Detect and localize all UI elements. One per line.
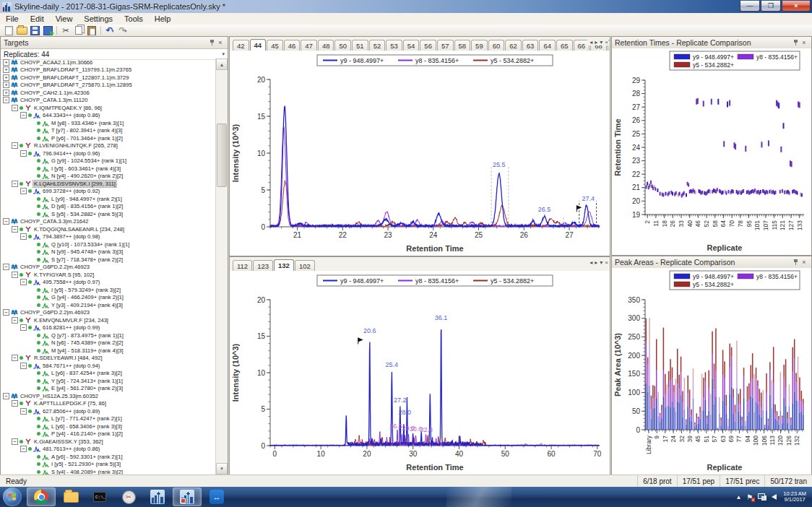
- replicate-tab-53[interactable]: 53: [386, 40, 402, 51]
- replicate-tab-58[interactable]: 58: [454, 40, 471, 51]
- taskbar-skyline-button[interactable]: [144, 488, 171, 506]
- tree-row-p[interactable]: −CHOYP_CATA.1.3|m.11120: [1, 97, 216, 105]
- volume-icon[interactable]: [772, 494, 777, 500]
- retention-times-chart[interactable]: 1920212223242526272829211182633404652586…: [612, 48, 811, 255]
- tree-row-tr[interactable]: L [y6] - 837.4254+ (rank 3)[2]: [1, 370, 216, 378]
- close-tab-icon[interactable]: ×: [605, 259, 608, 266]
- tree-row-pr[interactable]: −794.3897++ (dotp 0.98): [1, 233, 216, 241]
- tray-expand-icon[interactable]: ▲: [735, 494, 741, 500]
- taskbar-skyline-daily-button[interactable]: [173, 488, 202, 506]
- replicate-tab-50[interactable]: 50: [334, 40, 351, 51]
- tree-row-pe[interactable]: −R.SDELYEAWR.I [484, 492]: [1, 355, 216, 363]
- taskbar-cmd-button[interactable]: C:\_: [86, 488, 113, 506]
- peak-annotation[interactable]: 28.0: [398, 409, 411, 416]
- minimize-button[interactable]: —: [740, 1, 760, 12]
- pin-icon[interactable]: [791, 259, 800, 266]
- tree-row-p[interactable]: +CHOYP_ACAA2.1.1|m.30666: [1, 58, 216, 66]
- collapse-icon[interactable]: −: [12, 105, 18, 111]
- tree-row-pr[interactable]: −481.7613++ (dotp 0.86): [1, 446, 216, 454]
- tree-row-pe[interactable]: −K.GIAEAISSSK.Y [353, 362]: [1, 438, 216, 446]
- menu-help[interactable]: Help: [149, 14, 177, 24]
- collapse-icon[interactable]: −: [12, 355, 18, 361]
- peak-annotation[interactable]: 32.8: [420, 426, 433, 433]
- peak-annotation[interactable]: 20.6: [358, 327, 376, 344]
- collapse-icon[interactable]: −: [20, 279, 27, 285]
- tree-row-pr[interactable]: −699.3728++ (dotp 0.92): [1, 188, 216, 196]
- chromatogram-top[interactable]: 0510152021222324252627Retention TimeInte…: [230, 51, 610, 256]
- collapse-icon[interactable]: −: [3, 218, 9, 225]
- tree-row-tr[interactable]: M [y8] - 933.4346+ (rank 3)[1]: [1, 119, 216, 127]
- replicate-tab-54[interactable]: 54: [403, 40, 420, 51]
- tree-row-pr[interactable]: −644.3343++ (dotp 0.86): [1, 112, 216, 120]
- scrollbar-thumb[interactable]: [217, 124, 227, 187]
- tree-row-tr[interactable]: Y [y5] - 724.3413+ (rank 1)[1]: [1, 377, 216, 385]
- collapse-icon[interactable]: −: [20, 233, 27, 240]
- tree-row-pe[interactable]: −K.TDQGIQNLSAAEANR.L [234, 248]: [1, 225, 216, 233]
- tree-row-pr[interactable]: −796.9414++ (dotp 0.96): [1, 150, 216, 157]
- chromatogram-bottom[interactable]: 05101520010203040506070Retention TimeInt…: [230, 271, 610, 474]
- scroll-right-icon[interactable]: ▸: [595, 259, 597, 266]
- expand-icon[interactable]: +: [3, 82, 9, 88]
- tree-row-p[interactable]: −CHOYP_CATA.3.3|m.21642: [1, 218, 216, 226]
- replicate-tab-51[interactable]: 51: [352, 40, 368, 51]
- collapse-icon[interactable]: −: [12, 142, 18, 149]
- menu-edit[interactable]: Edit: [25, 14, 50, 24]
- peak-areas-svg[interactable]: 050100150200250300350Library917243239455…: [612, 268, 811, 474]
- collapse-icon[interactable]: −: [20, 363, 27, 369]
- redo-button[interactable]: ↷▾: [116, 25, 129, 36]
- chevron-down-icon[interactable]: ▾: [125, 28, 127, 33]
- peak-areas-chart[interactable]: 050100150200250300350Library917243239455…: [612, 268, 811, 474]
- replicate-tab-57[interactable]: 57: [437, 40, 454, 51]
- tree-scrollbar[interactable]: ▲ ▾: [215, 58, 228, 474]
- tab-menu-icon[interactable]: ▾: [600, 39, 602, 46]
- tree-row-p[interactable]: +CHOYP_BRAFLDRAFT_275870.1.1|m.12895: [1, 82, 216, 90]
- tree-row-p[interactable]: −CHOYP_G6PD.2.2|m.46923: [1, 309, 216, 317]
- replicate-tab-64[interactable]: 64: [539, 40, 556, 51]
- tree-row-pe[interactable]: −K.TYFIGYAR.S [95, 102]: [1, 271, 216, 279]
- paste-button[interactable]: [85, 25, 98, 36]
- tree-row-pr[interactable]: −616.8281++ (dotp 0.99): [1, 324, 216, 332]
- collapse-icon[interactable]: −: [12, 317, 18, 324]
- save-button[interactable]: [28, 25, 41, 36]
- menu-file[interactable]: File: [0, 14, 25, 24]
- tree-row-tr[interactable]: A [y6] - 592.3301+ (rank 2)[1]: [1, 453, 216, 461]
- tree-row-tr[interactable]: M [y4] - 518.3119+ (rank 4)[3]: [1, 347, 216, 355]
- close-panel-icon[interactable]: ×: [800, 259, 808, 266]
- undo-button[interactable]: ↶▾: [103, 25, 116, 36]
- tree-row-tr[interactable]: N [y4] - 490.2620+ (rank 2)[2]: [1, 173, 216, 181]
- collapse-icon[interactable]: −: [20, 188, 27, 194]
- peak-annotation[interactable]: 26.6: [389, 422, 402, 430]
- menu-settings[interactable]: Settings: [78, 14, 118, 24]
- tree-row-pr[interactable]: −584.7671++ (dotp 0.94): [1, 362, 216, 370]
- menu-tools[interactable]: Tools: [118, 14, 149, 24]
- tree-row-p[interactable]: +CHOYP_BRAFLDRAFT_122807.1.1|m.3729: [1, 74, 216, 82]
- peak-flag-icon[interactable]: [576, 205, 582, 209]
- tree-row-tr[interactable]: N [y6] - 745.4389+ (rank 2)[2]: [1, 339, 216, 347]
- collapse-icon[interactable]: −: [12, 272, 18, 278]
- tree-row-tr[interactable]: Y [y3] - 409.2194+ (rank 4)[3]: [1, 301, 216, 309]
- scroll-left-icon[interactable]: ◂: [589, 39, 592, 46]
- tree-row-tr[interactable]: P [y4] - 416.2140+ (rank 1)[2]: [1, 430, 216, 438]
- replicate-tab-132[interactable]: 132: [274, 259, 294, 271]
- close-tab-icon[interactable]: ×: [605, 39, 608, 46]
- tree-row-p[interactable]: −CHOYP_G6PD.2.2|m.46923: [1, 264, 216, 272]
- tree-row-tr[interactable]: S [y5] - 534.2882+ (rank 5)[3]: [1, 210, 216, 218]
- collapse-icon[interactable]: −: [20, 408, 27, 415]
- expand-icon[interactable]: +: [3, 74, 9, 81]
- tree-row-tr[interactable]: S [y4] - 408.2089+ (rank 3)[2]: [1, 468, 216, 474]
- copy-button[interactable]: [72, 25, 85, 36]
- replicate-tab-123[interactable]: 123: [253, 260, 273, 271]
- tree-row-tr[interactable]: S [y7] - 718.3478+ (rank 2)[2]: [1, 256, 216, 264]
- replicate-tab-60[interactable]: 60: [488, 40, 505, 51]
- replicate-tab-44[interactable]: 44: [250, 39, 267, 51]
- tree-row-pe[interactable]: −R.LVENIGNHLINTQK.F [265, 278]: [1, 142, 216, 150]
- expand-icon[interactable]: +: [3, 59, 9, 66]
- tree-row-pr[interactable]: −627.8506++ (dotp 0.89): [1, 407, 216, 415]
- tree-row-tr[interactable]: T [y7] - 802.3941+ (rank 4)[3]: [1, 127, 216, 135]
- peak-annotation[interactable]: 25.5: [493, 161, 506, 168]
- collapse-icon[interactable]: −: [12, 438, 18, 445]
- replicate-tab-63[interactable]: 63: [522, 40, 539, 51]
- scroll-down-icon[interactable]: ▾: [216, 463, 228, 474]
- tree-row-tr[interactable]: Q [y10] - 1073.5334+ (rank 1)[1]: [1, 240, 216, 248]
- expand-icon[interactable]: +: [3, 66, 9, 73]
